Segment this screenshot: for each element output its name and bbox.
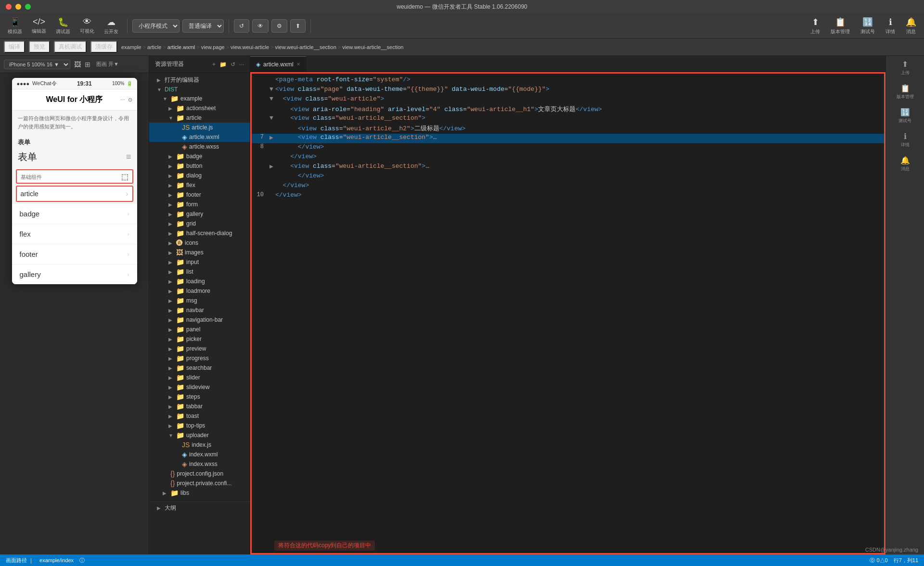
folder-form[interactable]: ▶ 📁 form [149,200,250,209]
realtest-button[interactable]: 真机调试 [54,41,87,53]
tab-close-icon[interactable]: ✕ [296,62,300,67]
folder-grid[interactable]: ▶ 📁 grid [149,219,250,228]
folder-tabbar[interactable]: ▶ 📁 tabbar [149,402,250,411]
folder-slideview[interactable]: ▶ 📁 slideview [149,382,250,392]
maximize-button[interactable] [25,4,31,10]
folder-article[interactable]: ▼ 📁 article [149,113,250,123]
right-test-button[interactable]: 🔢 测试号 [886,104,924,128]
folder-steps[interactable]: ▶ 📁 steps [149,392,250,402]
cloud-button[interactable]: ☁ 云开发 [100,15,122,37]
right-version-button[interactable]: 📋 版本管理 [886,80,924,104]
right-upload-button[interactable]: ⬆ 上传 [886,56,924,80]
compile-button[interactable]: 编译 [4,41,25,53]
minimize-button[interactable] [15,4,21,10]
preview-icon-button[interactable]: 👁 [252,19,269,33]
folder-slider[interactable]: ▶ 📁 slider [149,373,250,382]
folder-uploader[interactable]: ▼ 📁 uploader [149,430,250,440]
screenshot-icon[interactable]: 🖼 [74,61,81,68]
phone-footer-item[interactable]: footer › [12,244,137,264]
right-notify-button[interactable]: 🔔 消息 [886,152,924,176]
folder-msg[interactable]: ▶ 📁 msg [149,296,250,305]
upload-icon-button[interactable]: ⬆ [290,19,306,33]
refresh-tree-icon[interactable]: ↺ [231,61,235,68]
refresh-button[interactable]: ↺ [234,19,249,33]
folder-searchbar[interactable]: ▶ 📁 searchbar [149,363,250,373]
phone-article-item[interactable]: article › [16,186,133,202]
folder-actionsheet[interactable]: ▶ 📁 actionsheet [149,103,250,113]
proj-cfg-label: project.config.json [177,470,223,477]
editor-button[interactable]: </> 编辑器 [28,15,50,37]
mode-select[interactable]: 小程序模式 [132,19,180,33]
navb-folder-icon: 📁 [176,316,184,324]
compile-select[interactable]: 普通编译 [182,19,224,33]
device-select[interactable]: iPhone 5 100% 16 ▼ [4,60,70,69]
simulator-icon: 📱 [10,17,20,27]
file-project-config[interactable]: {} project.config.json [149,469,250,478]
folder-input[interactable]: ▶ 📁 input [149,257,250,267]
icons-arrow: ▶ [168,240,174,246]
detail-button[interactable]: ℹ 详情 [882,15,899,37]
file-article-js[interactable]: JS article.js [149,123,250,132]
outline-section[interactable]: ▶ 大纲 [149,502,250,513]
tab-article-wxml[interactable]: ◈ article.wxml ✕ [250,56,307,72]
visual-button[interactable]: 👁 可视化 [76,15,98,37]
phone-menu-icon[interactable]: ··· [120,97,125,103]
phone-close-icon[interactable]: ⊙ [128,97,132,103]
new-file-icon[interactable]: + [212,61,216,68]
window-controls[interactable] [6,4,31,10]
folder-example[interactable]: ▼ 📁 example [149,94,250,103]
folder-libs[interactable]: ▶ 📁 libs [149,488,250,498]
phone-badge-item[interactable]: badge › [12,204,137,224]
more-icon[interactable]: ··· [239,61,244,68]
folder-badge[interactable]: ▶ 📁 badge [149,151,250,161]
folder-panel[interactable]: ▶ 📁 panel [149,325,250,334]
folder-top-tips[interactable]: ▶ 📁 top-tips [149,421,250,430]
preview-folder-icon: 📁 [176,345,184,352]
folder-images[interactable]: ▶ 🖼 images [149,248,250,257]
folder-button[interactable]: ▶ 📁 button [149,161,250,171]
file-article-wxss[interactable]: ◈ article.wxss [149,142,250,151]
code-area[interactable]: <page-meta root-font-size="system"/> ▼ <… [250,72,886,554]
folder-list[interactable]: ▶ 📁 list [149,267,250,277]
folder-navigation-bar[interactable]: ▶ 📁 navigation-bar [149,315,250,325]
open-editors-section[interactable]: ▶ 打开的编辑器 [149,75,250,85]
rotate-icon[interactable]: ⊞ [85,61,90,68]
settings-button[interactable]: ⚙ [271,19,287,33]
file-index-wxss[interactable]: ◈ index.wxss [149,459,250,469]
close-button[interactable] [6,4,12,10]
folder-dialog[interactable]: ▶ 📁 dialog [149,171,250,180]
phone-flex-item[interactable]: flex › [12,224,137,244]
right-detail-button[interactable]: ℹ 详情 [886,128,924,152]
folder-flex[interactable]: ▶ 📁 flex [149,180,250,190]
new-folder-icon[interactable]: 📁 [219,61,227,68]
folder-picker[interactable]: ▶ 📁 picker [149,334,250,344]
wxml-icon: ◈ [182,133,187,141]
folder-icons[interactable]: ▶ 🅐 icons [149,238,250,248]
folder-footer[interactable]: ▶ 📁 footer [149,190,250,200]
fold-arrow-3: ▼ [270,95,275,102]
folder-toast[interactable]: ▶ 📁 toast [149,411,250,421]
file-article-wxml[interactable]: ◈ article.wxml [149,132,250,142]
clearcache-button[interactable]: 清缓存 [90,41,117,53]
folder-preview[interactable]: ▶ 📁 preview [149,344,250,353]
file-index-wxml[interactable]: ◈ index.wxml [149,450,250,459]
submit-button[interactable]: ⬆ 上传 [807,15,824,37]
debugger-button[interactable]: 🐛 调试器 [52,15,74,37]
dist-section[interactable]: ▼ DIST [149,85,250,94]
testnum-button[interactable]: 🔢 测试号 [857,15,879,37]
loading-arrow: ▶ [168,279,174,284]
notify-button[interactable]: 🔔 消息 [902,15,920,37]
version-button[interactable]: 📋 版本管理 [827,15,854,37]
preview-button[interactable]: 预览 [29,41,50,53]
phone-gallery-item[interactable]: gallery › [12,264,137,284]
folder-loadmore[interactable]: ▶ 📁 loadmore [149,286,250,296]
folder-progress[interactable]: ▶ 📁 progress [149,353,250,363]
folder-navbar[interactable]: ▶ 📁 navbar [149,305,250,315]
folder-half-screen-dialog[interactable]: ▶ 📁 half-screen-dialog [149,228,250,238]
simulator-button[interactable]: 📱 模拟器 [4,15,26,37]
folder-gallery[interactable]: ▶ 📁 gallery [149,209,250,219]
file-project-private[interactable]: {} project.private.confi... [149,478,250,488]
folder-loading[interactable]: ▶ 📁 loading [149,277,250,286]
file-index-js[interactable]: JS index.js [149,440,250,450]
filetree-header-icons[interactable]: + 📁 ↺ ··· [212,61,244,68]
